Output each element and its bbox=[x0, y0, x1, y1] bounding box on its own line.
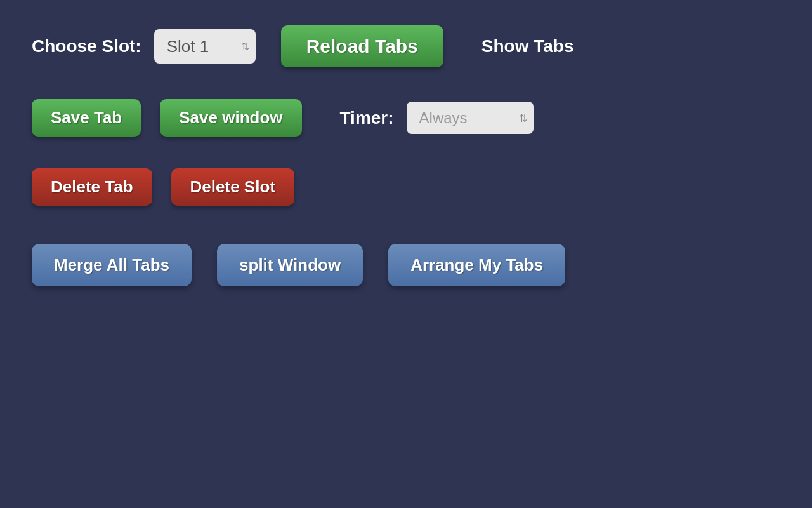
delete-tab-button[interactable]: Delete Tab bbox=[32, 168, 152, 206]
slot-select-wrapper[interactable]: Slot 1 Slot 2 Slot 3 Slot 4 bbox=[154, 29, 256, 64]
delete-slot-button[interactable]: Delete Slot bbox=[171, 168, 294, 206]
timer-select-wrapper[interactable]: Always Once Never 5 min 10 min 30 min bbox=[407, 102, 534, 134]
row-3: Delete Tab Delete Slot bbox=[32, 168, 780, 206]
show-tabs-label: Show Tabs bbox=[481, 36, 574, 57]
reload-tabs-button[interactable]: Reload Tabs bbox=[281, 25, 443, 67]
slot-select[interactable]: Slot 1 Slot 2 Slot 3 Slot 4 bbox=[154, 29, 256, 64]
timer-section: Timer: Always Once Never 5 min 10 min 30… bbox=[340, 102, 534, 134]
timer-select[interactable]: Always Once Never 5 min 10 min 30 min bbox=[407, 102, 534, 134]
save-window-button[interactable]: Save window bbox=[160, 99, 301, 137]
timer-label: Timer: bbox=[340, 108, 394, 128]
merge-all-tabs-button[interactable]: Merge All Tabs bbox=[32, 244, 192, 286]
save-tab-button[interactable]: Save Tab bbox=[32, 99, 141, 137]
choose-slot-label: Choose Slot: bbox=[32, 36, 141, 57]
row-2: Save Tab Save window Timer: Always Once … bbox=[32, 99, 780, 137]
split-window-button[interactable]: split Window bbox=[217, 244, 363, 286]
row-1: Choose Slot: Slot 1 Slot 2 Slot 3 Slot 4… bbox=[32, 25, 780, 67]
row-4: Merge All Tabs split Window Arrange My T… bbox=[32, 244, 780, 286]
arrange-my-tabs-button[interactable]: Arrange My Tabs bbox=[388, 244, 565, 286]
